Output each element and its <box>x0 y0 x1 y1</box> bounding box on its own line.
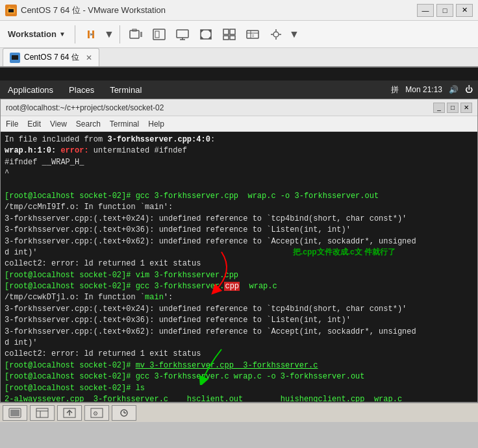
clock: Mon 21:13 <box>405 85 442 94</box>
pause-dropdown[interactable]: ▼ <box>104 25 114 44</box>
terminal-title: root@localhost:~/c++project/socket/socke… <box>6 103 164 112</box>
title-bar: CentOS 7 64 位 - VMware Workstation — □ ✕ <box>0 0 478 21</box>
term-line-5: [root@localhost socket-02]# gcc 3-forkhs… <box>5 191 473 202</box>
terminal-window: root@localhost:~/c++project/socket/socke… <box>0 99 478 403</box>
prefs-dropdown[interactable]: ▼ <box>289 25 299 44</box>
bottom-btn-5[interactable] <box>112 405 136 421</box>
maximize-button[interactable]: □ <box>436 4 453 17</box>
term-line-4: ^ <box>5 168 473 179</box>
term-line-14: /tmp/ccwkDTjl.o: In function `main': <box>5 292 473 303</box>
terminal-file-menu[interactable]: File <box>6 119 18 129</box>
gnome-applications-label: Applications <box>8 85 53 95</box>
bottom-btn-2[interactable] <box>30 405 55 421</box>
gnome-places-menu[interactable]: Places <box>66 84 97 96</box>
terminal-title-bar: root@localhost:~/c++project/socket/socke… <box>1 99 477 116</box>
term-line-6: /tmp/ccMnI9If.o: In function `main': <box>5 202 473 213</box>
svg-rect-10 <box>155 31 159 38</box>
svg-text:⚙: ⚙ <box>93 410 98 417</box>
svg-rect-18 <box>230 36 235 40</box>
term-blank-1 <box>5 180 473 191</box>
svg-rect-15 <box>223 29 229 34</box>
snapshot-button[interactable] <box>125 25 146 44</box>
preferences-button[interactable] <box>266 25 286 44</box>
term-line-11: collect2: error: ld returned 1 exit stat… <box>5 258 473 269</box>
svg-rect-11 <box>177 30 188 38</box>
vm-display-top-strip <box>0 68 478 81</box>
svg-rect-31 <box>10 410 19 416</box>
term-line-18: d int)' <box>5 338 473 349</box>
window-controls: — □ ✕ <box>417 4 473 17</box>
term-line-19: collect2: error: ld returned 1 exit stat… <box>5 349 473 360</box>
pause-button[interactable] <box>81 25 101 44</box>
window-title: CentOS 7 64 位 - VMware Workstation <box>21 5 166 16</box>
term-line-2: wrap.h:1:0: error: unterminated #ifndef <box>5 145 473 156</box>
term-line-1: In file included from 3-forkhsserver.cpp… <box>5 134 473 145</box>
fullscreen-button[interactable] <box>195 25 216 44</box>
gnome-menu-right: 拼 Mon 21:13 🔊 ⏻ <box>391 84 473 95</box>
toolbar-divider-2 <box>120 25 120 44</box>
terminal-content[interactable]: In file included from 3-forkhsserver.cpp… <box>1 132 477 402</box>
workstation-dropdown-icon: ▼ <box>59 31 66 38</box>
vm-settings-button[interactable]: ≡ <box>242 25 263 44</box>
terminal-terminal-menu[interactable]: Terminal <box>110 119 139 129</box>
terminal-close-button[interactable]: ✕ <box>460 103 472 113</box>
bottom-btn-3[interactable] <box>57 405 82 421</box>
term-line-16: 3-forkhsserver.cpp:(.text+0x36): undefin… <box>5 315 473 326</box>
terminal-search-menu[interactable]: Search <box>76 119 101 129</box>
gnome-menubar: Applications Places Terminal 拼 Mon 21:13… <box>0 81 478 99</box>
power-icon[interactable]: ⏻ <box>465 85 473 94</box>
gnome-applications-menu[interactable]: Applications <box>5 84 56 96</box>
terminal-edit-menu[interactable]: Edit <box>27 119 41 129</box>
volume-icon: 🔊 <box>449 85 459 94</box>
svg-text:≡: ≡ <box>252 34 255 38</box>
toolbar: Workstation ▼ ▼ <box>0 21 478 48</box>
term-line-17: 3-forkhsserver.cpp:(.text+0x62): undefin… <box>5 327 473 338</box>
close-button[interactable]: ✕ <box>456 4 473 17</box>
gnome-places-label: Places <box>69 85 94 95</box>
svg-rect-17 <box>223 36 229 40</box>
minimize-button[interactable]: — <box>417 4 434 17</box>
svg-rect-3 <box>88 31 90 38</box>
svg-rect-8 <box>140 32 142 37</box>
chinese-annotation: 把.cpp文件改成.c文 件就行了 <box>293 247 396 258</box>
svg-point-23 <box>273 32 279 37</box>
app-icon <box>5 5 17 16</box>
gnome-terminal-label: Terminal <box>110 85 142 95</box>
svg-rect-6 <box>130 31 139 38</box>
bottom-btn-1[interactable] <box>3 405 27 421</box>
gnome-terminal-menu[interactable]: Terminal <box>107 84 144 96</box>
terminal-view-menu[interactable]: View <box>50 119 67 129</box>
term-line-7: 3-forkhsserver.cpp:(.text+0x24): undefin… <box>5 214 473 225</box>
svg-rect-32 <box>36 408 48 417</box>
send-ctrl-alt[interactable] <box>149 25 170 44</box>
bottom-btn-4[interactable]: ⚙ <box>84 405 109 421</box>
input-method-indicator: 拼 <box>391 84 399 95</box>
terminal-help-menu[interactable]: Help <box>148 119 164 129</box>
term-line-15: 3-forkhsserver.cpp:(.text+0x24): undefin… <box>5 304 473 315</box>
svg-rect-1 <box>8 6 10 8</box>
term-line-23: 2-alwayssever.cpp 3-forkhsserver.c hscli… <box>5 394 473 402</box>
display-button[interactable] <box>172 25 193 44</box>
workstation-label: Workstation <box>8 29 57 39</box>
term-line-20: [root@localhost socket-02]# mv 3-forkhss… <box>5 360 473 371</box>
term-line-12: [root@localhost socket-02]# vim 3-forkhs… <box>5 270 473 281</box>
svg-rect-2 <box>8 9 14 12</box>
terminal-maximize-button[interactable]: □ <box>447 103 459 113</box>
svg-rect-16 <box>230 29 235 34</box>
vm-tab[interactable]: CentOS 7 64 位 ✕ <box>3 48 99 66</box>
workstation-menu[interactable]: Workstation ▼ <box>4 28 69 40</box>
vm-tab-icon <box>10 53 20 63</box>
term-line-3: #ifndef __WRAP_H_ <box>5 157 473 168</box>
term-line-8: 3-forkhsserver.cpp:(.text+0x36): undefin… <box>5 225 473 236</box>
vm-tab-close[interactable]: ✕ <box>86 53 92 62</box>
toolbar-divider-1 <box>75 25 75 44</box>
bottom-bar: ⚙ <box>0 403 478 422</box>
term-line-10: d int)' <box>5 247 473 258</box>
terminal-minimize-button[interactable]: _ <box>433 103 445 113</box>
unity-button[interactable] <box>219 25 240 44</box>
terminal-menubar: File Edit View Search Terminal Help <box>1 116 477 132</box>
term-line-22: [root@localhost socket-02]# ls <box>5 383 473 394</box>
gnome-menu-left: Applications Places Terminal <box>5 84 144 96</box>
term-line-21: [root@localhost socket-02]# gcc 3-forkhs… <box>5 371 473 382</box>
tab-bar: CentOS 7 64 位 ✕ <box>0 48 478 68</box>
